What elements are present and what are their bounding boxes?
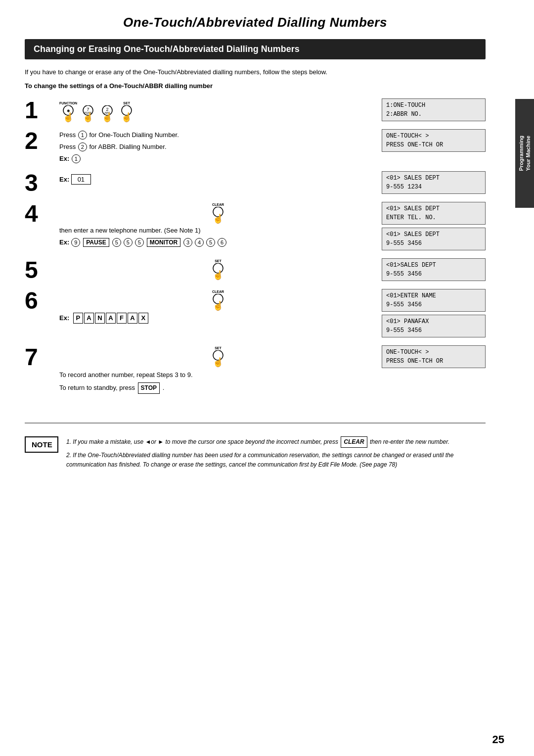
clear-key-label-4: CLEAR (212, 203, 224, 206)
step-4-row: 4 CLEAR ☝ then enter a new telephone num… (25, 200, 486, 252)
step-5-content: SET ☝ (54, 256, 377, 280)
side-tab: Programming Your Machine (515, 99, 534, 208)
letter-X: X (138, 313, 148, 324)
bold-instruction: To change the settings of a One-Touch/AB… (25, 82, 486, 90)
step-3-number: 3 (25, 169, 54, 195)
clear-hand-icon-4: ☝ (210, 207, 226, 224)
letter-A1: A (84, 313, 94, 324)
function-key-group: FUNCTION ✱ ☝ (59, 101, 77, 122)
clear-key-group-4: CLEAR ☝ (59, 203, 377, 224)
step-6-lcd: <01>ENTER NAME 9-555 3456 <01> PANAFAX 9… (377, 287, 486, 339)
page-container: Programming Your Machine One-Touch/Abbre… (0, 0, 534, 756)
svg-text:☝: ☝ (83, 112, 94, 122)
step-5-lcd: <01>SALES DEPT 9-555 3456 (377, 256, 486, 283)
key-7pqrs-group: 7 PQRS ☝ (80, 105, 96, 122)
svg-text:☝: ☝ (121, 112, 133, 122)
set-key-group-5: SET ☝ (59, 259, 377, 280)
step-7-desc2: To return to standby, press STOP . (59, 382, 377, 394)
side-tab-text: Programming Your Machine (518, 136, 532, 171)
key-5c: 5 (135, 238, 144, 247)
svg-text:☝: ☝ (213, 300, 224, 311)
svg-text:☝: ☝ (213, 357, 224, 367)
function-key-label: FUNCTION (59, 101, 77, 105)
step-1-row: 1 FUNCTION ✱ ☝ (25, 96, 486, 123)
key-7pqrs-icon: 7 PQRS ☝ (80, 105, 96, 122)
monitor-key: MONITOR (147, 238, 180, 247)
step-5-row: 5 SET ☝ <01>SALES DEPT 9-555 3456 (25, 256, 486, 283)
step-4-desc: then enter a new telephone number. (See … (59, 226, 377, 236)
step-1-content: FUNCTION ✱ ☝ 7 (54, 96, 377, 122)
clear-key-group-6: CLEAR ☝ (59, 290, 377, 311)
step-7-content: SET ☝ To record another number, repeat S… (54, 343, 377, 396)
step-4-number: 4 (25, 200, 54, 226)
key-5a: 5 (112, 238, 121, 247)
step-4-content: CLEAR ☝ then enter a new telephone numbe… (54, 200, 377, 247)
key-5b: 5 (124, 238, 133, 247)
key-6: 6 (218, 238, 226, 247)
note-divider (25, 423, 486, 424)
step-4-key-seq: Ex: 9 PAUSE 5 5 5 MONITOR 3 4 5 6 (59, 238, 377, 247)
lcd-display-6a: <01>ENTER NAME 9-555 3456 (382, 289, 486, 312)
section-header: Changing or Erasing One-Touch/Abbreviate… (25, 39, 486, 59)
circle-2: 2 (78, 142, 87, 151)
lcd-display-7: ONE-TOUCH< > PRESS ONE-TCH OR (382, 345, 486, 368)
step-3-ex: Ex: 01 (59, 174, 377, 185)
step-3-lcd: <01> SALES DEPT 9-555 1234 (377, 169, 486, 196)
set-key-label-1: SET (123, 101, 130, 105)
step-3-content: Ex: 01 (54, 169, 377, 187)
note-section: NOTE 1. If you make a mistake, use ◄or ►… (25, 431, 486, 478)
key-9: 9 (71, 238, 80, 247)
page-title: One-Touch/Abbreviated Dialling Numbers (25, 15, 486, 30)
note-item-2: 2. If the One-Touch/Abbreviated dialling… (66, 451, 486, 470)
key-4: 4 (195, 238, 204, 247)
step-3-input: 01 (71, 174, 91, 185)
step-6-number: 6 (25, 287, 54, 313)
hand-press-icon-1: ✱ ☝ (60, 105, 77, 122)
step-2-row: 2 Press 1 for One-Touch Dialling Number.… (25, 127, 486, 166)
lcd-display-6b: <01> PANAFAX 9-555 3456 (382, 315, 486, 337)
note-label: NOTE (25, 436, 58, 453)
step-6-content: CLEAR ☝ Ex: P A N A (54, 287, 377, 326)
step-6-row: 6 CLEAR ☝ Ex: P (25, 287, 486, 339)
set-hand-icon-1: ☝ (118, 105, 135, 122)
set-key-group-1: SET ☝ (118, 101, 135, 122)
stop-key: STOP (138, 382, 160, 394)
step-7-lcd: ONE-TOUCH< > PRESS ONE-TCH OR (377, 343, 486, 370)
letter-A2: A (106, 313, 116, 324)
note-item-1: 1. If you make a mistake, use ◄or ► to m… (66, 436, 486, 448)
steps-area: 1 FUNCTION ✱ ☝ (25, 96, 486, 400)
step-2-content: Press 1 for One-Touch Dialling Number. P… (54, 127, 377, 166)
page-number: 25 (492, 733, 504, 746)
step-6-ex: Ex: P A N A F A X (59, 313, 377, 324)
letter-F: F (117, 313, 127, 324)
letter-N: N (95, 313, 105, 324)
step-5-number: 5 (25, 256, 54, 282)
step-7-desc1: To record another number, repeat Steps 3… (59, 370, 377, 380)
svg-text:☝: ☝ (213, 270, 224, 280)
lcd-display-2: ONE-TOUCH< > PRESS ONE-TCH OR (382, 129, 486, 152)
clear-key-label-6: CLEAR (212, 290, 224, 293)
letter-A3: A (128, 313, 137, 324)
letter-P: P (73, 313, 83, 324)
clear-key-note: CLEAR (341, 436, 367, 448)
svg-text:☝: ☝ (213, 213, 224, 224)
lcd-display-4b: <01> SALES DEPT 9-555 3456 (382, 228, 486, 250)
lcd-display-5: <01>SALES DEPT 9-555 3456 (382, 258, 486, 281)
step-1-icons: FUNCTION ✱ ☝ 7 (59, 101, 377, 122)
step-2-ex: Ex: 1 (59, 154, 377, 163)
set-hand-icon-5: ☝ (210, 263, 226, 280)
svg-text:☝: ☝ (63, 112, 74, 122)
set-key-label-5: SET (215, 259, 222, 263)
step-1-number: 1 (25, 96, 54, 122)
lcd-display-4a: <01> SALES DEPT ENTER TEL. NO. (382, 202, 486, 225)
step-2-number: 2 (25, 127, 54, 153)
step-2-text-1: Press 1 for One-Touch Dialling Number. (59, 130, 377, 141)
step-2-lcd: ONE-TOUCH< > PRESS ONE-TCH OR (377, 127, 486, 154)
clear-hand-icon-6: ☝ (210, 294, 226, 311)
step-2-text-2: Press 2 for ABBR. Dialling Number. (59, 142, 377, 152)
intro-text: If you have to change or erase any of th… (25, 67, 486, 77)
key-5d: 5 (206, 238, 215, 247)
step-7-row: 7 SET ☝ To record another number, repeat… (25, 343, 486, 396)
svg-text:☝: ☝ (102, 112, 113, 122)
set-key-label-7: SET (215, 346, 222, 350)
